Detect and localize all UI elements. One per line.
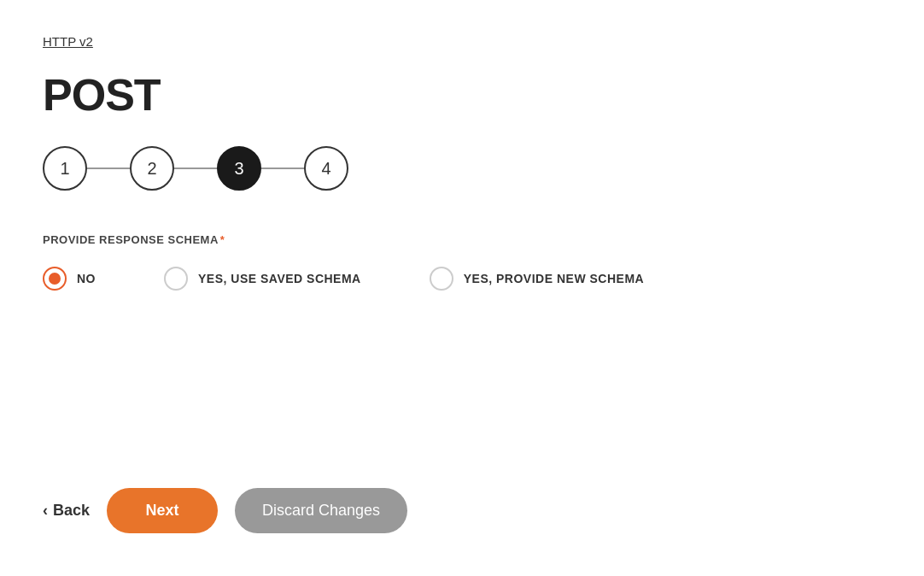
required-indicator: * bbox=[220, 233, 225, 246]
page-title: POST bbox=[43, 69, 881, 120]
radio-button-no[interactable] bbox=[43, 267, 67, 291]
next-button[interactable]: Next bbox=[107, 488, 218, 533]
step-2[interactable]: 2 bbox=[130, 146, 174, 191]
page-container: HTTP v2 POST 1 2 3 4 PROVIDE RESPONSE SC… bbox=[0, 0, 924, 576]
step-3-label: 3 bbox=[234, 159, 243, 179]
radio-label-yes-new: YES, PROVIDE NEW SCHEMA bbox=[464, 272, 644, 285]
radio-option-yes-saved[interactable]: YES, USE SAVED SCHEMA bbox=[164, 267, 361, 291]
radio-label-yes-saved: YES, USE SAVED SCHEMA bbox=[198, 272, 361, 285]
radio-button-yes-new[interactable] bbox=[430, 267, 453, 291]
back-button-label: Back bbox=[53, 502, 90, 520]
step-1-label: 1 bbox=[60, 159, 69, 179]
discard-changes-button[interactable]: Discard Changes bbox=[235, 488, 407, 533]
back-chevron-icon: ‹ bbox=[43, 502, 48, 520]
back-button[interactable]: ‹ Back bbox=[43, 495, 90, 526]
step-1[interactable]: 1 bbox=[43, 146, 87, 191]
schema-section-label: PROVIDE RESPONSE SCHEMA* bbox=[43, 233, 881, 246]
step-3[interactable]: 3 bbox=[217, 146, 261, 191]
step-4-label: 4 bbox=[321, 159, 330, 179]
stepper: 1 2 3 4 bbox=[43, 146, 881, 191]
step-connector-1-2 bbox=[87, 168, 130, 169]
radio-button-yes-saved[interactable] bbox=[164, 267, 188, 291]
radio-group: NO YES, USE SAVED SCHEMA YES, PROVIDE NE… bbox=[43, 267, 881, 291]
radio-option-no[interactable]: NO bbox=[43, 267, 96, 291]
step-4[interactable]: 4 bbox=[304, 146, 348, 191]
radio-option-yes-new[interactable]: YES, PROVIDE NEW SCHEMA bbox=[430, 267, 644, 291]
step-connector-2-3 bbox=[174, 168, 217, 169]
schema-label-text: PROVIDE RESPONSE SCHEMA bbox=[43, 233, 219, 246]
step-2-label: 2 bbox=[147, 159, 156, 179]
radio-inner-no bbox=[49, 273, 61, 285]
footer-buttons: ‹ Back Next Discard Changes bbox=[43, 488, 407, 533]
breadcrumb[interactable]: HTTP v2 bbox=[43, 34, 93, 49]
step-connector-3-4 bbox=[261, 168, 304, 169]
radio-label-no: NO bbox=[77, 272, 96, 285]
